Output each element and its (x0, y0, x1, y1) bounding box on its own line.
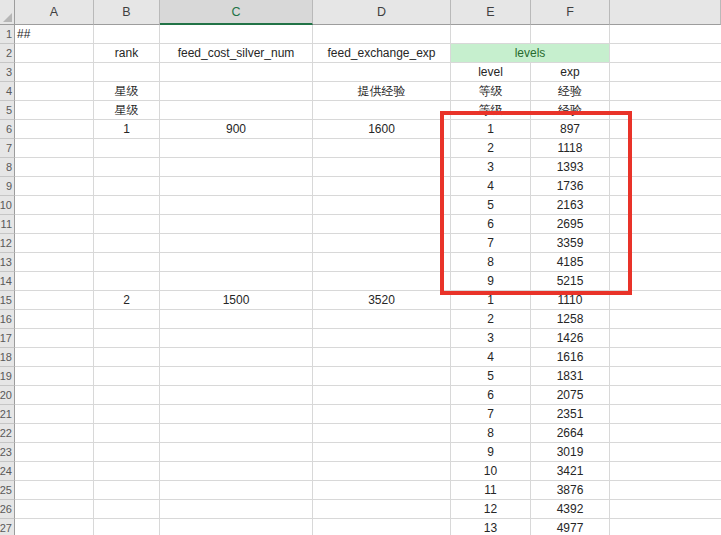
cell-D2[interactable]: feed_exchange_exp (313, 44, 450, 62)
cell-E19[interactable]: 5 (451, 367, 530, 385)
cell-B5[interactable]: 星级 (94, 101, 159, 119)
column-header-A[interactable]: A (15, 0, 94, 25)
row-header-23[interactable]: 23 (0, 443, 15, 462)
cell-F25[interactable]: 3876 (531, 481, 609, 499)
row-header-12[interactable]: 12 (0, 234, 15, 253)
row-header-6[interactable]: 6 (0, 120, 15, 139)
cell-E23[interactable]: 9 (451, 443, 530, 461)
cell-B15[interactable]: 2 (94, 291, 159, 309)
column-header-E[interactable]: E (451, 0, 531, 25)
row-header-14[interactable]: 14 (0, 272, 15, 291)
cell-D4[interactable]: 提供经验 (313, 82, 450, 100)
row-header-19[interactable]: 19 (0, 367, 15, 386)
cell-F3[interactable]: exp (531, 63, 609, 81)
cell-E2[interactable]: levels (451, 44, 609, 62)
cell-F4[interactable]: 经验 (531, 82, 609, 100)
cell-F14[interactable]: 5215 (531, 272, 609, 290)
cell-E18[interactable]: 4 (451, 348, 530, 366)
cell-F27[interactable]: 4977 (531, 519, 609, 535)
row-header-22[interactable]: 22 (0, 424, 15, 443)
cell-A1[interactable]: ## (15, 25, 93, 43)
row-header-3[interactable]: 3 (0, 63, 15, 82)
cell-E25[interactable]: 11 (451, 481, 530, 499)
cell-E14[interactable]: 9 (451, 272, 530, 290)
cell-C6[interactable]: 900 (160, 120, 312, 138)
row-header-24[interactable]: 24 (0, 462, 15, 481)
cell-E22[interactable]: 8 (451, 424, 530, 442)
cell-E6[interactable]: 1 (451, 120, 530, 138)
cell-E5[interactable]: 等级 (451, 101, 530, 119)
row-header-25[interactable]: 25 (0, 481, 15, 500)
row-header-8[interactable]: 8 (0, 158, 15, 177)
select-all-triangle-icon (3, 13, 12, 22)
row-header-15[interactable]: 15 (0, 291, 15, 310)
cell-E8[interactable]: 3 (451, 158, 530, 176)
cell-F24[interactable]: 3421 (531, 462, 609, 480)
cell-E9[interactable]: 4 (451, 177, 530, 195)
cell-F18[interactable]: 1616 (531, 348, 609, 366)
row-header-11[interactable]: 11 (0, 215, 15, 234)
row-header-18[interactable]: 18 (0, 348, 15, 367)
cell-E17[interactable]: 3 (451, 329, 530, 347)
row-header-26[interactable]: 26 (0, 500, 15, 519)
cell-F9[interactable]: 1736 (531, 177, 609, 195)
cell-D6[interactable]: 1600 (313, 120, 450, 138)
row-header-20[interactable]: 20 (0, 386, 15, 405)
cell-F22[interactable]: 2664 (531, 424, 609, 442)
cell-E11[interactable]: 6 (451, 215, 530, 233)
cell-C2[interactable]: feed_cost_silver_num (160, 44, 312, 62)
cell-F21[interactable]: 2351 (531, 405, 609, 423)
cell-F12[interactable]: 3359 (531, 234, 609, 252)
row-header-16[interactable]: 16 (0, 310, 15, 329)
cell-F15[interactable]: 1110 (531, 291, 609, 309)
cell-E24[interactable]: 10 (451, 462, 530, 480)
cell-F19[interactable]: 1831 (531, 367, 609, 385)
row-header-21[interactable]: 21 (0, 405, 15, 424)
cell-D15[interactable]: 3520 (313, 291, 450, 309)
cell-F17[interactable]: 1426 (531, 329, 609, 347)
cell-E12[interactable]: 7 (451, 234, 530, 252)
cell-F10[interactable]: 2163 (531, 196, 609, 214)
column-header-C[interactable]: C (160, 0, 313, 25)
row-header-27[interactable]: 27 (0, 519, 15, 535)
row-header-10[interactable]: 10 (0, 196, 15, 215)
cell-B6[interactable]: 1 (94, 120, 159, 138)
column-header-B[interactable]: B (94, 0, 160, 25)
cell-E15[interactable]: 1 (451, 291, 530, 309)
cell-E3[interactable]: level (451, 63, 530, 81)
cell-E4[interactable]: 等级 (451, 82, 530, 100)
cell-E7[interactable]: 2 (451, 139, 530, 157)
cell-F11[interactable]: 2695 (531, 215, 609, 233)
row-header-7[interactable]: 7 (0, 139, 15, 158)
cell-F16[interactable]: 1258 (531, 310, 609, 328)
cell-F13[interactable]: 4185 (531, 253, 609, 271)
row-header-5[interactable]: 5 (0, 101, 15, 120)
row-header-2[interactable]: 2 (0, 44, 15, 63)
cell-C15[interactable]: 1500 (160, 291, 312, 309)
column-header-F[interactable]: F (531, 0, 610, 25)
select-all-corner[interactable] (0, 0, 15, 25)
cell-E16[interactable]: 2 (451, 310, 530, 328)
cell-F8[interactable]: 1393 (531, 158, 609, 176)
cell-E21[interactable]: 7 (451, 405, 530, 423)
cell-F7[interactable]: 1118 (531, 139, 609, 157)
cell-B2[interactable]: rank (94, 44, 159, 62)
cell-E27[interactable]: 13 (451, 519, 530, 535)
cell-E10[interactable]: 5 (451, 196, 530, 214)
column-header-D[interactable]: D (313, 0, 451, 25)
row-header-9[interactable]: 9 (0, 177, 15, 196)
cell-F23[interactable]: 3019 (531, 443, 609, 461)
cell-F20[interactable]: 2075 (531, 386, 609, 404)
cell-F26[interactable]: 4392 (531, 500, 609, 518)
column-header-partial[interactable] (610, 0, 721, 25)
cell-E13[interactable]: 8 (451, 253, 530, 271)
row-header-13[interactable]: 13 (0, 253, 15, 272)
row-header-4[interactable]: 4 (0, 82, 15, 101)
cell-B4[interactable]: 星级 (94, 82, 159, 100)
cell-E26[interactable]: 12 (451, 500, 530, 518)
cell-F6[interactable]: 897 (531, 120, 609, 138)
row-header-17[interactable]: 17 (0, 329, 15, 348)
cell-F5[interactable]: 经验 (531, 101, 609, 119)
cell-E20[interactable]: 6 (451, 386, 530, 404)
row-header-1[interactable]: 1 (0, 25, 15, 44)
